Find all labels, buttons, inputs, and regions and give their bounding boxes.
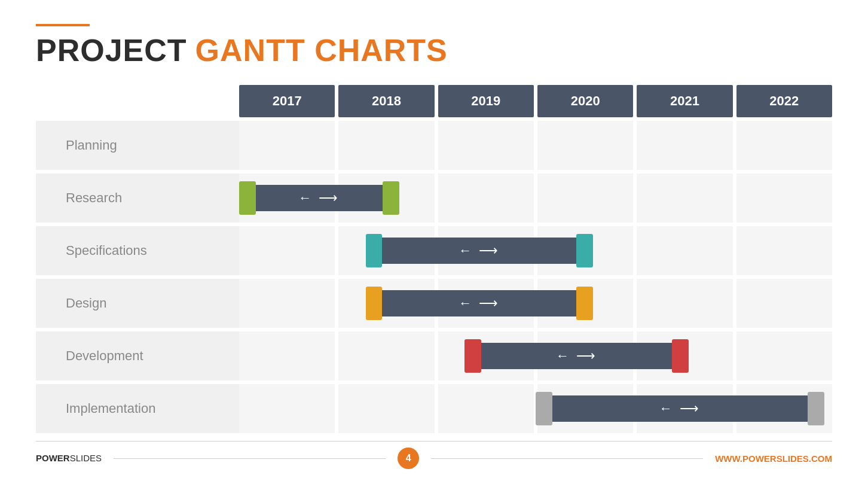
cell-row0-col1 (338, 121, 434, 170)
cell-row3-col1 (338, 279, 434, 328)
footer-page: 4 (398, 448, 419, 469)
cell-row5-col2 (438, 384, 534, 433)
cell-row2-col3 (537, 226, 633, 275)
year-2022: 2022 (736, 85, 832, 117)
footer-line-right (431, 458, 703, 459)
label-specifications: Specifications (36, 226, 239, 275)
cell-row4-col1 (338, 331, 434, 381)
footer-url: WWW.POWERSLIDES.COM (715, 453, 832, 464)
cell-row0-col3 (537, 121, 633, 170)
gantt-row-planning (239, 121, 832, 170)
gantt-row-research: ← ⟶ (239, 174, 832, 223)
cell-row5-col1 (338, 384, 434, 433)
year-2018: 2018 (338, 85, 434, 117)
cell-row0-col0 (239, 121, 335, 170)
gantt-row-development: ← ⟶ (239, 331, 832, 381)
title-part1: PROJECT (36, 32, 187, 68)
cell-row5-col0 (239, 384, 335, 433)
cell-row3-col0 (239, 279, 335, 328)
cell-row4-col2 (438, 331, 534, 381)
chart-area: Planning Research Specifications Design … (36, 85, 832, 436)
cell-row2-col5 (736, 226, 832, 275)
title-part2: GANTT CHARTS (195, 32, 448, 68)
cell-row1-col5 (736, 174, 832, 223)
footer-line-left (114, 458, 386, 459)
footer-power: POWER (36, 453, 70, 463)
year-2019: 2019 (438, 85, 534, 117)
cell-row1-col2 (438, 174, 534, 223)
cell-row4-col3 (537, 331, 633, 381)
cell-row5-col3 (537, 384, 633, 433)
year-2017: 2017 (239, 85, 335, 117)
cell-row0-col5 (736, 121, 832, 170)
label-development: Development (36, 331, 239, 381)
cell-row5-col4 (637, 384, 732, 433)
gantt-grid: 2017 2018 2019 2020 2021 2022 ← ⟶← ⟶← ⟶←… (239, 85, 832, 436)
cell-row4-col4 (637, 331, 732, 381)
cell-row5-col5 (736, 384, 832, 433)
gantt-row-implementation: ← ⟶ (239, 384, 832, 433)
slide: PROJECT GANTT CHARTS Planning Research S… (0, 0, 868, 487)
footer-slides: SLIDES (70, 453, 102, 463)
cell-row3-col5 (736, 279, 832, 328)
cell-row1-col0 (239, 174, 335, 223)
gantt-rows: ← ⟶← ⟶← ⟶← ⟶← ⟶ (239, 121, 832, 436)
label-research: Research (36, 174, 239, 223)
cell-row3-col2 (438, 279, 534, 328)
row-labels: Planning Research Specifications Design … (36, 121, 239, 436)
year-2020: 2020 (537, 85, 633, 117)
cell-row4-col5 (736, 331, 832, 381)
cell-row2-col2 (438, 226, 534, 275)
cell-row2-col0 (239, 226, 335, 275)
gantt-row-design: ← ⟶ (239, 279, 832, 328)
cell-row1-col3 (537, 174, 633, 223)
cell-row4-col0 (239, 331, 335, 381)
gantt-row-specifications: ← ⟶ (239, 226, 832, 275)
label-implementation: Implementation (36, 384, 239, 433)
cell-row2-col1 (338, 226, 434, 275)
cell-row1-col4 (637, 174, 732, 223)
footer: POWERSLIDES 4 WWW.POWERSLIDES.COM (36, 441, 832, 469)
cell-row0-col4 (637, 121, 732, 170)
cell-row0-col2 (438, 121, 534, 170)
year-headers: 2017 2018 2019 2020 2021 2022 (239, 85, 832, 117)
footer-brand: POWERSLIDES (36, 453, 102, 464)
cell-row3-col3 (537, 279, 633, 328)
title-row: PROJECT GANTT CHARTS (36, 32, 832, 68)
cell-row2-col4 (637, 226, 732, 275)
label-planning: Planning (36, 121, 239, 170)
year-2021: 2021 (637, 85, 732, 117)
cell-row3-col4 (637, 279, 732, 328)
label-design: Design (36, 279, 239, 328)
header-accent-line (36, 24, 90, 26)
cell-row1-col1 (338, 174, 434, 223)
